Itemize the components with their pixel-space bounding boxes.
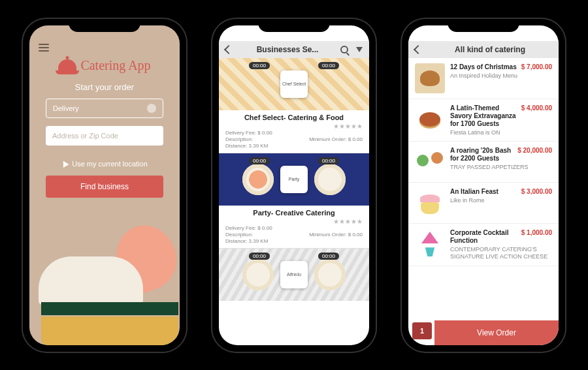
time-chip-left: 00:00 (249, 62, 270, 69)
business-banner: 00:00 00:00 Chef Select (219, 58, 369, 110)
min-order: Minimum Order: $ 0.00 (294, 136, 363, 142)
business-card[interactable]: 00:00 00:00 Alfredo (219, 249, 369, 301)
businesses-screen: Businesses Se... 00:00 00:00 Chef Select… (219, 25, 369, 345)
business-card[interactable]: 00:00 00:00 Party Party- Creative Cateri… (219, 153, 369, 249)
business-banner: 00:00 00:00 Alfredo (219, 249, 369, 301)
header-title: Businesses Se... (238, 45, 336, 54)
catering-item[interactable]: An Italian Feast $ 3,000.00 Like in Rome (408, 183, 559, 224)
business-banner: 00:00 00:00 Party (219, 153, 369, 206)
item-subtitle: Like in Rome (450, 197, 552, 204)
phone-3: All kind of catering 12 Days of Christma… (402, 19, 565, 352)
item-subtitle: Fiesta Latina is ON (450, 129, 552, 136)
rice-illustration (39, 256, 143, 305)
business-logo: Alfredo (280, 261, 308, 288)
business-meta: Delivery Fee: $ 0.00 Description: Minimu… (219, 225, 369, 247)
find-business-button[interactable]: Find business (46, 176, 163, 198)
plate-icon (314, 259, 346, 290)
business-card[interactable]: 00:00 00:00 Chef Select Chef Select- Cat… (219, 58, 369, 153)
description-label: Description: (225, 232, 294, 238)
turkey-icon (415, 63, 445, 93)
dessert-icon (415, 188, 445, 218)
search-icon[interactable] (340, 46, 348, 54)
distance: Distance: 3.39 KM (225, 238, 294, 244)
order-bar: 1 View Order (408, 320, 559, 345)
item-name: An Italian Feast (450, 188, 498, 196)
time-chip-left: 00:00 (249, 157, 270, 164)
min-order: Minimum Order: $ 0.00 (294, 232, 363, 238)
bread-illustration (41, 316, 178, 345)
item-subtitle: TRAY PASSED APPETIZERS (450, 164, 552, 171)
appetizers-icon (415, 147, 445, 177)
start-order-screen: Catering App Start your order Delivery A… (29, 25, 180, 345)
notch (258, 19, 330, 32)
select-indicator-icon (147, 104, 156, 113)
start-order-title: Start your order (75, 82, 134, 92)
app-logo: Catering App (58, 58, 150, 73)
back-icon[interactable] (225, 45, 235, 54)
delivery-fee: Delivery Fee: $ 0.00 (225, 225, 294, 231)
back-icon[interactable] (415, 45, 424, 54)
cloche-icon (58, 59, 76, 71)
shrimp-illustration (108, 217, 180, 298)
item-price: $ 20,000.00 (517, 147, 552, 162)
time-chip-right: 00:00 (318, 62, 339, 69)
item-name: A Latin-Themed Savory Extravaganza for 1… (450, 104, 519, 128)
time-chip-left: 00:00 (249, 253, 270, 260)
business-title: Party- Creative Catering (219, 206, 369, 218)
app-name: Catering App (80, 58, 150, 73)
business-logo: Party (280, 166, 308, 193)
view-order-label: View Order (477, 328, 516, 337)
businesses-header: Businesses Se... (219, 41, 369, 58)
catering-list-screen: All kind of catering 12 Days of Christma… (408, 25, 559, 345)
business-meta: Delivery Fee: $ 0.00 Description: Minimu… (219, 130, 369, 151)
view-order-button[interactable]: View Order (434, 320, 559, 345)
catering-items[interactable]: 12 Days of Christmas $ 7,000.00 An Inspi… (408, 58, 559, 319)
business-title: Chef Select- Catering & Food (219, 110, 369, 123)
distance: Distance: 3.39 KM (225, 143, 294, 149)
delivery-mode-select[interactable]: Delivery (46, 99, 163, 118)
cocktail-icon (415, 229, 445, 259)
green-layer-illustration (41, 302, 178, 315)
phone-1: Catering App Start your order Delivery A… (23, 19, 186, 352)
notch (69, 19, 140, 32)
delivery-fee: Delivery Fee: $ 0.00 (225, 130, 294, 136)
address-input[interactable]: Address or Zip Code (46, 126, 163, 146)
rating-stars: ★★★★★ (219, 123, 369, 130)
description-label: Description: (225, 136, 294, 142)
catering-item[interactable]: A roaring '20s Bash for 2200 Guests $ 20… (408, 142, 559, 183)
delivery-mode-value: Delivery (53, 104, 79, 112)
plate-icon (242, 259, 274, 290)
catering-header: All kind of catering (408, 41, 559, 58)
notch (448, 19, 519, 32)
item-name: 12 Days of Christmas (450, 63, 517, 71)
catering-item[interactable]: Corporate Cocktail Function $ 1,000.00 C… (408, 224, 559, 266)
decorative-food-art (29, 219, 180, 345)
item-price: $ 1,000.00 (521, 229, 552, 245)
header-title: All kind of catering (428, 45, 552, 54)
item-subtitle: CONTEMPORARY CATERING'S SIGNATURE LIVE A… (450, 246, 552, 260)
find-business-label: Find business (80, 182, 129, 191)
item-price: $ 3,000.00 (521, 188, 552, 196)
time-chip-right: 00:00 (318, 253, 339, 260)
plate-icon (242, 164, 274, 195)
steak-icon (415, 104, 445, 134)
filter-icon[interactable] (356, 47, 363, 52)
use-current-location[interactable]: Use my current location (61, 160, 148, 168)
location-arrow-icon (61, 159, 69, 168)
phone-2: Businesses Se... 00:00 00:00 Chef Select… (212, 19, 376, 352)
item-price: $ 4,000.00 (521, 104, 552, 128)
address-placeholder: Address or Zip Code (52, 132, 118, 140)
item-name: Corporate Cocktail Function (450, 229, 519, 245)
use-current-location-label: Use my current location (72, 160, 148, 168)
plate-icon (314, 164, 346, 195)
order-count-badge[interactable]: 1 (412, 322, 432, 339)
item-name: A roaring '20s Bash for 2200 Guests (450, 147, 515, 162)
business-logo: Chef Select (280, 70, 308, 98)
catering-item[interactable]: A Latin-Themed Savory Extravaganza for 1… (408, 99, 559, 142)
item-price: $ 7,000.00 (521, 63, 552, 71)
rating-stars: ★★★★★ (219, 218, 369, 225)
menu-icon[interactable] (39, 44, 49, 52)
item-subtitle: An Inspired Holiday Menu (450, 72, 552, 80)
businesses-list[interactable]: 00:00 00:00 Chef Select Chef Select- Cat… (219, 58, 369, 345)
catering-item[interactable]: 12 Days of Christmas $ 7,000.00 An Inspi… (408, 58, 559, 99)
